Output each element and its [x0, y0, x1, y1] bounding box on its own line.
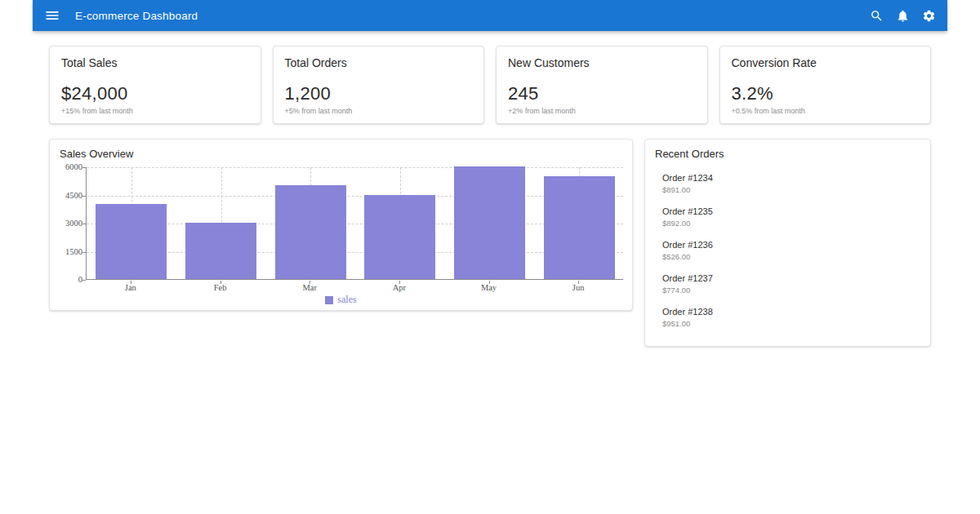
- stat-change: +2% from last month: [508, 107, 696, 115]
- stat-value: $24,000: [61, 83, 249, 104]
- stat-title: Total Orders: [285, 56, 473, 69]
- y-tick-label: 3000: [60, 219, 82, 228]
- bell-icon: [896, 9, 910, 23]
- stat-card: Total Orders 1,200 +5% from last month: [273, 46, 485, 124]
- stat-change: +15% from last month: [61, 107, 249, 115]
- app-title: E-commerce Dashboard: [75, 10, 198, 22]
- legend-label: sales: [337, 294, 356, 306]
- bar-feb: [185, 223, 256, 279]
- order-amount: $951.00: [662, 319, 920, 328]
- x-tick-label: Mar: [285, 283, 334, 292]
- stat-value: 1,200: [285, 83, 473, 104]
- x-tick-label: Feb: [196, 283, 245, 292]
- bar-jun: [544, 176, 615, 280]
- order-list-item[interactable]: Order #1234 $891.00: [655, 173, 920, 194]
- y-gridline: [87, 224, 623, 224]
- x-tick-label: Apr: [375, 283, 424, 292]
- appbar-actions: [870, 9, 936, 23]
- stat-card: New Customers 245 +2% from last month: [496, 46, 708, 124]
- order-label: Order #1235: [662, 206, 920, 216]
- stat-value: 3.2%: [732, 83, 920, 104]
- bar-jan: [96, 204, 167, 279]
- app-root: E-commerce Dashboard Total Sales $24,: [33, 0, 947, 347]
- stat-card: Total Sales $24,000 +15% from last month: [49, 46, 261, 124]
- sales-bar-chart: 01500300045006000JanFebMarAprMayJun: [60, 162, 622, 293]
- y-gridline: [87, 196, 623, 197]
- menu-button[interactable]: [44, 7, 60, 24]
- x-tick-label: May: [465, 283, 514, 292]
- sales-overview-card: Sales Overview 01500300045006000JanFebMa…: [49, 139, 633, 311]
- y-gridline: [87, 252, 623, 253]
- stat-change: +5% from last month: [285, 107, 473, 115]
- plot-area: [86, 167, 623, 280]
- y-gridline: [87, 167, 623, 168]
- order-amount: $774.00: [662, 286, 920, 295]
- y-tick-label: 4500: [60, 191, 82, 200]
- app-bar: E-commerce Dashboard: [33, 0, 947, 31]
- orders-list: Order #1234 $891.00 Order #1235 $892.00 …: [655, 173, 920, 328]
- y-tickmark: [82, 224, 86, 224]
- order-list-item[interactable]: Order #1237 $774.00: [655, 273, 920, 295]
- order-amount: $526.00: [662, 252, 920, 261]
- main-content: Total Sales $24,000 +15% from last month…: [33, 31, 947, 347]
- order-amount: $891.00: [662, 185, 920, 194]
- order-label: Order #1238: [662, 307, 920, 317]
- orders-title: Recent Orders: [655, 148, 920, 160]
- search-icon: [870, 9, 884, 23]
- y-tickmark: [82, 196, 86, 197]
- order-amount: $892.00: [662, 219, 920, 228]
- notifications-button[interactable]: [896, 9, 910, 23]
- order-list-item[interactable]: Order #1236 $526.00: [655, 240, 920, 261]
- order-list-item[interactable]: Order #1238 $951.00: [655, 307, 920, 328]
- stat-title: Conversion Rate: [732, 56, 920, 69]
- stat-card: Conversion Rate 3.2% +0.5% from last mon…: [719, 46, 932, 124]
- stat-title: New Customers: [508, 56, 696, 69]
- y-tickmark: [82, 167, 86, 168]
- y-tickmark: [82, 280, 86, 281]
- order-label: Order #1236: [662, 240, 920, 250]
- order-label: Order #1234: [662, 173, 920, 183]
- bar-may: [454, 166, 525, 279]
- y-tick-label: 6000: [60, 162, 82, 171]
- y-tick-label: 1500: [60, 247, 82, 256]
- order-list-item[interactable]: Order #1235 $892.00: [655, 206, 920, 228]
- stat-change: +0.5% from last month: [732, 107, 920, 115]
- recent-orders-card: Recent Orders Order #1234 $891.00 Order …: [644, 139, 931, 347]
- menu-icon: [44, 7, 60, 24]
- x-tick-label: Jan: [106, 283, 155, 292]
- bar-mar: [275, 185, 346, 279]
- y-tickmark: [82, 252, 86, 253]
- y-tick-label: 0: [60, 275, 82, 284]
- stats-row: Total Sales $24,000 +15% from last month…: [49, 46, 931, 124]
- stat-value: 245: [508, 83, 696, 104]
- bar-apr: [364, 195, 435, 280]
- legend-swatch: [325, 296, 333, 304]
- x-tick-label: Jun: [554, 283, 603, 292]
- chart-title: Sales Overview: [60, 148, 622, 160]
- panels-row: Sales Overview 01500300045006000JanFebMa…: [49, 139, 931, 347]
- settings-button[interactable]: [922, 9, 936, 23]
- stat-title: Total Sales: [61, 56, 249, 69]
- chart-legend: sales: [60, 294, 622, 306]
- search-button[interactable]: [870, 9, 884, 23]
- order-label: Order #1237: [662, 273, 920, 283]
- gear-icon: [922, 9, 936, 23]
